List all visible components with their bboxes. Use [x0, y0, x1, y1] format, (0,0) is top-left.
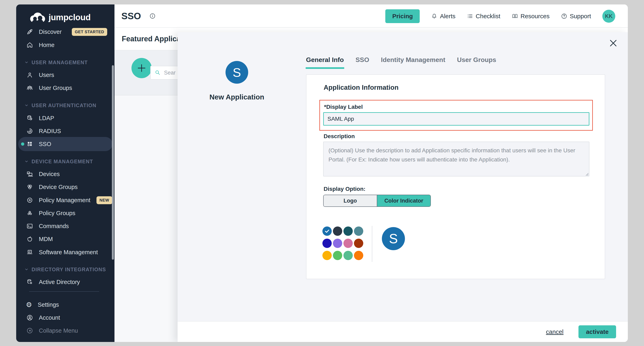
- swatch-preview-divider: [372, 226, 372, 262]
- sidebar-item-ldap[interactable]: LDAP: [16, 112, 114, 125]
- tab-sso[interactable]: SSO: [356, 56, 369, 69]
- policy-groups-icon: [26, 210, 33, 217]
- color-swatch[interactable]: [344, 227, 353, 236]
- top-header: SSO Pricing Alerts Checklist Resources S…: [114, 5, 628, 28]
- app-icon: S: [226, 61, 248, 84]
- color-swatch-selected[interactable]: [322, 227, 332, 236]
- device-groups-icon: [26, 184, 33, 191]
- tab-general-info[interactable]: General Info: [306, 56, 344, 69]
- modal-footer: cancel activate: [178, 321, 628, 342]
- tab-user-groups[interactable]: User Groups: [457, 56, 496, 69]
- sidebar-divider: [29, 291, 99, 292]
- active-indicator-dot: [21, 142, 24, 146]
- color-swatch-grid: [322, 227, 364, 263]
- sidebar-item-software-management[interactable]: Software Management: [16, 246, 114, 259]
- sidebar-item-device-groups[interactable]: Device Groups: [16, 181, 114, 194]
- active-directory-icon: [26, 279, 33, 285]
- sidebar-item-home[interactable]: Home: [16, 39, 114, 52]
- new-badge: NEW: [96, 196, 112, 204]
- software-management-icon: [26, 249, 33, 256]
- policy-management-icon: [26, 197, 33, 204]
- mdm-apple-icon: [26, 236, 33, 243]
- info-icon[interactable]: [149, 13, 156, 19]
- chevron-down-icon: [24, 159, 29, 164]
- card-heading: Application Information: [324, 84, 398, 91]
- sidebar-item-radius[interactable]: RADIUS: [16, 125, 114, 137]
- color-swatch[interactable]: [344, 251, 353, 260]
- logo-text: jumpcloud: [48, 13, 90, 22]
- alerts-button[interactable]: Alerts: [431, 13, 456, 20]
- checklist-button[interactable]: Checklist: [467, 13, 500, 20]
- search-icon: [155, 70, 161, 76]
- rocket-icon: [26, 28, 33, 35]
- support-button[interactable]: Support: [561, 13, 591, 20]
- sidebar-item-user-groups[interactable]: User Groups: [16, 81, 114, 94]
- sidebar-item-policy-groups[interactable]: Policy Groups: [16, 207, 114, 220]
- avatar[interactable]: KK: [602, 10, 615, 23]
- color-swatch[interactable]: [354, 251, 363, 260]
- color-swatch[interactable]: [322, 239, 332, 248]
- display-label-highlight: *Display Label: [319, 100, 593, 131]
- color-swatch[interactable]: [322, 251, 332, 260]
- bell-icon: [431, 13, 438, 20]
- cancel-button[interactable]: cancel: [546, 328, 564, 335]
- color-swatch[interactable]: [333, 239, 342, 248]
- sidebar-item-users[interactable]: Users: [16, 68, 114, 81]
- add-application-button[interactable]: [132, 58, 152, 78]
- display-option-toggle: Logo Color Indicator: [323, 195, 431, 207]
- user-icon: [26, 72, 33, 78]
- pricing-button[interactable]: Pricing: [385, 9, 420, 23]
- modal-tabs: General Info SSO Identity Management Use…: [306, 56, 496, 69]
- close-button[interactable]: [609, 39, 618, 48]
- sidebar-item-account[interactable]: Account: [16, 311, 114, 324]
- section-directory-integrations[interactable]: DIRECTORY INTEGRATIONS: [24, 265, 111, 274]
- sidebar-item-sso[interactable]: SSO: [16, 137, 114, 150]
- color-preview-circle: S: [382, 227, 405, 250]
- description-textarea[interactable]: [323, 142, 590, 177]
- sidebar-item-active-directory[interactable]: Active Directory: [16, 275, 114, 288]
- display-label-input[interactable]: [323, 112, 590, 126]
- logo-option[interactable]: Logo: [324, 195, 377, 207]
- gear-icon: ⚙: [26, 301, 32, 308]
- sidebar-item-collapse-menu[interactable]: Collapse Menu: [16, 324, 114, 337]
- sidebar-item-policy-management[interactable]: Policy Management NEW: [16, 194, 114, 207]
- checklist-icon: [467, 13, 473, 20]
- sidebar-scrollbar[interactable]: [112, 65, 114, 260]
- section-user-management[interactable]: USER MANAGEMENT: [24, 58, 111, 67]
- sidebar-item-commands[interactable]: Commands: [16, 220, 114, 233]
- new-application-modal: S New Application General Info SSO Ident…: [178, 32, 628, 342]
- display-option-label: Display Option:: [324, 186, 366, 192]
- app-title: New Application: [200, 93, 273, 101]
- chevron-down-icon: [24, 103, 29, 108]
- jumpcloud-cloud-icon: [29, 12, 46, 23]
- activate-button[interactable]: activate: [578, 325, 616, 338]
- user-group-icon: [26, 84, 33, 91]
- app-window: jumpcloud Discover GET STARTED Home USER…: [16, 5, 628, 342]
- color-swatch[interactable]: [344, 239, 353, 248]
- book-icon: [512, 13, 518, 20]
- color-swatch[interactable]: [354, 227, 363, 236]
- tab-identity-management[interactable]: Identity Management: [381, 56, 445, 69]
- sso-grid-icon: [26, 141, 33, 147]
- get-started-badge: GET STARTED: [72, 28, 107, 36]
- sidebar: jumpcloud Discover GET STARTED Home USER…: [16, 5, 114, 342]
- jumpcloud-logo[interactable]: jumpcloud: [29, 12, 90, 23]
- sidebar-item-mdm[interactable]: MDM: [16, 233, 114, 246]
- description-label: Description: [324, 133, 355, 139]
- ldap-database-icon: [26, 115, 33, 121]
- color-swatch[interactable]: [333, 227, 342, 236]
- sidebar-item-discover[interactable]: Discover GET STARTED: [16, 25, 114, 38]
- close-icon: [609, 39, 618, 48]
- devices-icon: [26, 170, 33, 178]
- check-icon: [324, 228, 330, 234]
- color-indicator-option[interactable]: Color Indicator: [377, 195, 430, 207]
- sidebar-item-devices[interactable]: Devices: [16, 167, 114, 181]
- resources-button[interactable]: Resources: [512, 13, 550, 20]
- plus-icon: [137, 63, 146, 73]
- color-swatch[interactable]: [333, 251, 342, 260]
- sidebar-item-settings[interactable]: ⚙ Settings: [16, 298, 114, 311]
- chevron-down-icon: [24, 267, 29, 272]
- section-user-authentication[interactable]: USER AUTHENTICATION: [24, 100, 111, 110]
- section-device-management[interactable]: DEVICE MANAGEMENT: [24, 156, 111, 166]
- color-swatch[interactable]: [354, 239, 363, 248]
